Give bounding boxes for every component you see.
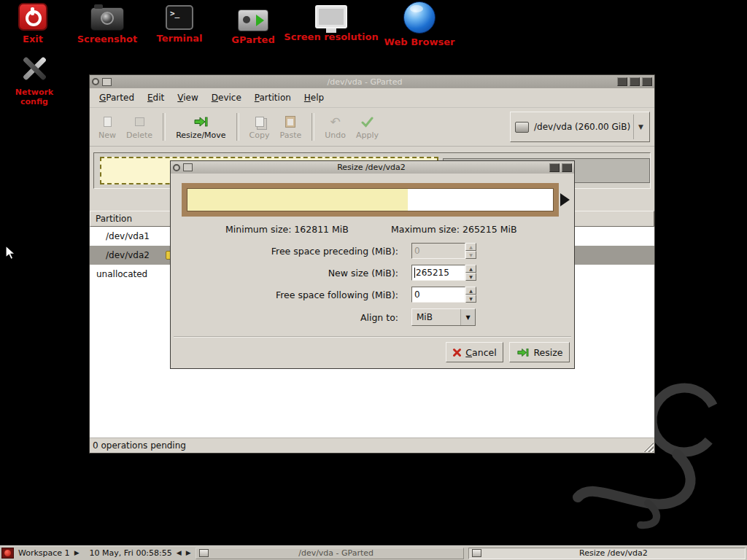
gparted-app-icon (102, 78, 112, 86)
gparted-app-icon (183, 163, 193, 171)
partition-name: /dev/vda1 (90, 231, 150, 241)
status-bar: 0 operations pending (90, 438, 654, 453)
field-value: 265215 (416, 268, 449, 278)
task-prev-icon[interactable]: ◀ (177, 550, 182, 556)
field-value: 0 (414, 289, 420, 300)
window-title: /dev/vda - GParted (115, 77, 615, 87)
undo-button[interactable]: ↶ Undo (320, 109, 351, 145)
globe-icon (403, 1, 436, 34)
window-titlebar[interactable]: /dev/vda - GParted (90, 75, 654, 88)
copy-icon (255, 114, 264, 130)
free-space-preceding-label: Free space preceding (MiB): (171, 246, 398, 257)
button-label: New (98, 131, 116, 140)
workspace-label[interactable]: Workspace 1 (18, 548, 70, 558)
desktop-icon-exit[interactable]: Exit (7, 3, 59, 44)
disk-gauge-icon (238, 9, 268, 31)
dialog-separator (174, 336, 571, 338)
status-text: 0 operations pending (93, 440, 186, 451)
gparted-app-icon (199, 549, 209, 557)
taskbar-menu-button[interactable] (1, 548, 14, 559)
free-space-preceding-stepper[interactable]: ▲▼ (465, 243, 476, 259)
chevron-down-icon[interactable]: ▼ (633, 114, 648, 139)
align-to-dropdown[interactable]: MiB ▼ (411, 308, 476, 326)
power-icon (18, 3, 47, 31)
device-selector-value: /dev/vda (260.00 GiB) (534, 122, 633, 132)
desktop-icon-web-browser[interactable]: Web Browser (379, 1, 460, 47)
tools-icon (18, 52, 50, 85)
maximize-button[interactable] (630, 77, 640, 86)
dialog-titlebar[interactable]: Resize /dev/vda2 (171, 161, 574, 174)
delete-icon (135, 114, 144, 130)
paste-button[interactable]: Paste (275, 109, 307, 145)
toolbar-separator (163, 113, 166, 141)
copy-button[interactable]: Copy (244, 109, 275, 145)
resize-slider[interactable] (182, 183, 559, 217)
desktop-icon-network-config[interactable]: Network config (6, 52, 63, 106)
task-next-icon[interactable]: ▶ (186, 550, 191, 556)
new-size-stepper[interactable]: ▲▼ (465, 265, 476, 281)
task-label: /dev/vda - GParted (212, 548, 460, 558)
camera-icon (90, 7, 124, 31)
icon-label: Web Browser (379, 36, 460, 47)
workspace-next-icon[interactable]: ▶ (74, 550, 80, 556)
dialog-title: Resize /dev/vda2 (196, 163, 547, 172)
resize-button[interactable]: Resize (509, 342, 570, 362)
delete-button[interactable]: Delete (121, 109, 158, 145)
window-menu-icon[interactable] (92, 78, 99, 85)
menu-bar: GParted Edit View Device Partition Help (90, 88, 654, 108)
terminal-icon (166, 5, 193, 30)
align-to-value: MiB (412, 312, 460, 322)
device-selector[interactable]: /dev/vda (260.00 GiB) ▼ (510, 112, 650, 142)
resize-right-handle-icon[interactable] (560, 193, 570, 206)
menu-edit[interactable]: Edit (141, 90, 171, 106)
desktop: Exit Screenshot Terminal GParted Screen … (0, 0, 747, 560)
undo-icon: ↶ (330, 114, 340, 130)
desktop-icon-terminal[interactable]: Terminal (150, 3, 209, 44)
menu-partition[interactable]: Partition (248, 90, 298, 106)
free-space-preceding-field[interactable]: 0 (411, 243, 465, 259)
resize-grip[interactable] (643, 442, 654, 452)
cancel-button[interactable]: Cancel (446, 342, 503, 362)
icon-label: Screen resolution (283, 31, 379, 42)
menu-help[interactable]: Help (298, 90, 330, 106)
text-caret (414, 268, 415, 278)
free-space-following-field[interactable]: 0 (411, 287, 465, 303)
icon-label: Network config (6, 88, 63, 106)
cancel-x-icon (452, 348, 462, 357)
gparted-app-icon (472, 549, 481, 557)
icon-label: Screenshot (76, 34, 139, 44)
desktop-icon-gparted[interactable]: GParted (226, 3, 280, 45)
partition-name: /dev/vda2 (90, 250, 150, 260)
maximize-button[interactable] (549, 163, 560, 172)
minimum-size-label: Minimum size: 162811 MiB (225, 224, 349, 235)
desktop-icon-screen-resolution[interactable]: Screen resolution (283, 3, 379, 42)
free-space-following-label: Free space following (MiB): (171, 289, 398, 300)
menu-gparted[interactable]: GParted (93, 90, 141, 106)
close-button[interactable] (642, 77, 652, 86)
resize-move-button[interactable]: Resize/Move (171, 109, 231, 145)
menu-device[interactable]: Device (205, 90, 248, 106)
free-space-following-stepper[interactable]: ▲▼ (465, 287, 476, 303)
close-button[interactable] (562, 163, 572, 172)
icon-label: Exit (7, 34, 59, 44)
desktop-icon-screenshot[interactable]: Screenshot (76, 3, 139, 44)
paste-icon (285, 114, 295, 130)
minimize-button[interactable] (617, 77, 627, 86)
resize-move-arrow-icon (193, 114, 209, 130)
icon-label: GParted (226, 34, 280, 45)
taskbar-task-resize-dialog-active[interactable]: Resize /dev/vda2 (468, 548, 746, 559)
apply-check-icon (361, 114, 374, 130)
apply-button[interactable]: Apply (351, 109, 384, 145)
button-label: Delete (126, 131, 152, 140)
menu-view[interactable]: View (171, 90, 204, 106)
window-menu-icon[interactable] (173, 164, 180, 171)
field-value: 0 (414, 246, 420, 256)
taskbar-task-gparted[interactable]: /dev/vda - GParted (196, 548, 464, 559)
task-label: Resize /dev/vda2 (485, 548, 742, 558)
new-size-field[interactable]: 265215 (411, 265, 465, 281)
hard-disk-icon (515, 122, 529, 133)
new-button[interactable]: New (93, 109, 121, 145)
chevron-down-icon: ▼ (460, 309, 475, 325)
toolbar-separator (311, 113, 314, 141)
button-label: Resize (533, 347, 562, 358)
